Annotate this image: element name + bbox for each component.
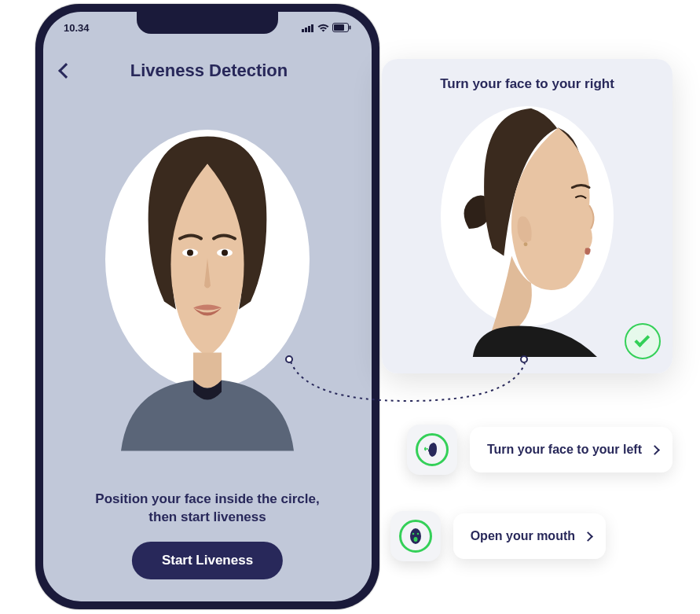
phone-screen: 10.34 Liveness Detection	[43, 12, 372, 601]
turn-right-card: Turn your face to your right	[382, 59, 673, 373]
svg-point-12	[524, 242, 528, 246]
svg-rect-6	[350, 26, 351, 30]
svg-point-16	[413, 537, 417, 542]
battery-icon	[332, 23, 351, 32]
svg-rect-11	[193, 352, 222, 388]
status-time: 10.34	[64, 22, 90, 34]
signal-icon	[302, 24, 314, 32]
turn-left-card[interactable]: Turn your face to your left	[470, 427, 673, 472]
status-indicators	[302, 23, 351, 32]
success-check-icon	[625, 323, 661, 359]
svg-rect-2	[308, 26, 310, 32]
turn-left-ring-icon	[416, 433, 449, 466]
svg-rect-1	[305, 28, 307, 32]
app-header: Liveness Detection	[43, 51, 372, 90]
svg-point-10	[222, 249, 228, 256]
open-mouth-icon-box	[390, 511, 441, 561]
instruction-text: Position your face inside the circle, th…	[43, 491, 372, 527]
open-mouth-ring-icon	[399, 520, 432, 553]
turn-right-title: Turn your face to your right	[399, 76, 655, 92]
chevron-right-icon	[583, 531, 593, 542]
page-title: Liveness Detection	[87, 61, 331, 81]
face-front-illustration	[105, 117, 310, 454]
camera-preview	[43, 118, 372, 495]
turn-right-oval	[441, 106, 614, 326]
turn-left-label: Turn your face to your left	[487, 443, 642, 457]
svg-point-8	[187, 249, 193, 256]
svg-rect-3	[311, 24, 313, 32]
head-left-icon	[424, 441, 440, 458]
turn-left-icon-box	[407, 425, 457, 475]
mouth-open-icon	[409, 528, 423, 545]
turn-left-tile: Turn your face to your left	[407, 425, 673, 475]
face-profile-illustration	[441, 93, 614, 357]
phone-frame: 10.34 Liveness Detection	[35, 4, 379, 609]
svg-rect-0	[302, 29, 304, 32]
connector-line	[283, 354, 534, 417]
open-mouth-tile: Open your mouth	[390, 511, 606, 561]
chevron-right-icon	[650, 445, 660, 455]
back-button[interactable]	[58, 63, 74, 79]
face-guide-oval	[105, 130, 310, 389]
open-mouth-card[interactable]: Open your mouth	[453, 513, 606, 559]
wifi-icon	[317, 24, 329, 32]
svg-point-14	[412, 533, 414, 535]
svg-rect-5	[334, 24, 344, 31]
start-liveness-button[interactable]: Start Liveness	[132, 542, 283, 579]
open-mouth-label: Open your mouth	[471, 529, 575, 543]
svg-point-15	[416, 533, 419, 535]
phone-notch	[137, 12, 278, 34]
